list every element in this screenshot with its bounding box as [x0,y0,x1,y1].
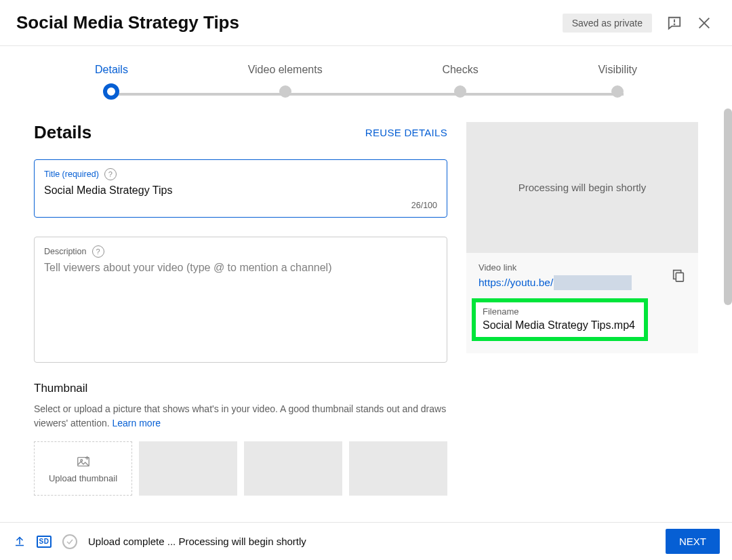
page-title: Social Media Strategy Tips [16,12,239,33]
progress-stepper: Details Video elements Checks Visibility [0,46,732,102]
save-status-chip: Saved as private [563,14,652,33]
stepper-line [108,93,624,96]
main-content: Details REUSE DETAILS Title (required) ?… [0,102,732,515]
video-link-label: Video link [479,262,632,273]
title-field[interactable]: Title (required) ? 26/100 [34,159,447,218]
thumbnail-slot [349,441,447,496]
step-label: Visibility [598,64,637,76]
thumbnail-slot [139,441,237,496]
filename-value: Social Media Strategy Tips.mp4 [483,319,637,332]
footer-status: SD Upload complete ... Processing will b… [14,534,306,550]
step-video-elements[interactable]: Video elements [248,64,323,98]
upload-status-text: Upload complete ... Processing will begi… [88,536,306,547]
reuse-details-button[interactable]: REUSE DETAILS [365,127,447,138]
close-icon[interactable] [697,16,712,31]
help-icon[interactable]: ? [92,245,104,258]
image-add-icon [75,454,92,469]
step-indicator-icon [279,85,291,98]
step-indicator-icon [103,83,119,100]
filename-box: Filename Social Media Strategy Tips.mp4 [472,298,648,341]
step-indicator-icon [611,85,624,98]
title-input[interactable] [44,184,437,197]
details-column: Details REUSE DETAILS Title (required) ?… [34,122,447,515]
preview-column: Processing will begin shortly Video link… [466,122,698,515]
copy-link-icon[interactable] [671,268,686,285]
scrollbar[interactable] [724,108,732,305]
thumbnail-description: Select or upload a picture that shows wh… [34,402,447,431]
sd-badge: SD [37,536,52,548]
step-label: Details [95,64,128,76]
step-visibility[interactable]: Visibility [598,64,637,98]
dialog-footer: SD Upload complete ... Processing will b… [0,522,732,560]
feedback-icon[interactable] [667,16,682,31]
dialog-header: Social Media Strategy Tips Saved as priv… [0,0,732,46]
step-label: Video elements [248,64,323,76]
header-actions: Saved as private [563,14,712,33]
description-field[interactable]: Description ? [34,237,447,363]
thumbnail-heading: Thumbnail [34,382,447,395]
video-link-row: Video link https://youtu.be/ [479,262,686,290]
thumbnail-slot [244,441,342,496]
thumbnail-row: Upload thumbnail [34,441,447,496]
step-indicator-icon [454,85,466,98]
preview-meta: Video link https://youtu.be/ Filename So… [466,253,698,353]
section-header: Details REUSE DETAILS [34,122,447,143]
next-button[interactable]: NEXT [666,529,720,554]
help-icon[interactable]: ? [104,168,117,180]
svg-rect-8 [676,273,683,281]
processing-text: Processing will begin shortly [518,182,646,193]
step-checks[interactable]: Checks [442,64,478,98]
upload-thumbnail-button[interactable]: Upload thumbnail [34,441,132,496]
step-details[interactable]: Details [95,64,128,102]
title-char-counter: 26/100 [411,201,437,210]
description-input[interactable] [44,262,437,350]
step-label: Checks [442,64,478,76]
video-link-mask [554,275,632,290]
description-label: Description ? [44,245,437,258]
video-preview: Processing will begin shortly [466,122,698,253]
section-title: Details [34,122,92,143]
upload-arrow-icon [14,534,26,550]
learn-more-link[interactable]: Learn more [113,418,161,428]
title-label: Title (required) ? [44,168,437,180]
svg-point-1 [674,24,675,24]
check-circle-icon [62,534,77,549]
video-link[interactable]: https://youtu.be/ [479,275,632,290]
filename-label: Filename [483,306,637,317]
